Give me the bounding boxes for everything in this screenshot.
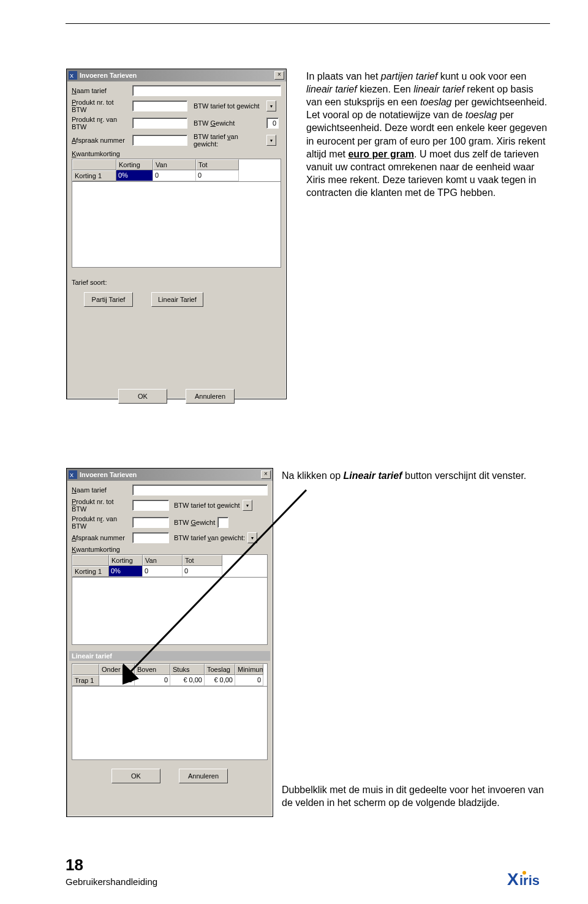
korting-header-tot: Tot — [196, 159, 239, 170]
paragraph-3: Dubbelklik met de muis in dit gedeelte v… — [282, 783, 545, 809]
label-produkt-tot-btw-2: Produkt nr. tot BTW — [72, 498, 130, 513]
svg-point-7 — [522, 871, 526, 875]
korting-grid[interactable]: Korting Van Tot Korting 1 0% 0 0 — [72, 159, 281, 182]
korting-header-korting: Korting — [116, 159, 153, 170]
lineair-header-toeslag: Toeslag — [205, 664, 235, 675]
lineair-tarief-button[interactable]: Lineair Tarief — [151, 292, 203, 307]
ok-button[interactable]: OK — [118, 389, 167, 404]
dialog-invoeren-tarieven-2: X Invoeren Tarieven × Naam tarief Produk… — [66, 468, 273, 817]
lineair-cell-boven[interactable]: 0 — [135, 675, 170, 686]
lineair-grid[interactable]: Onder Gew. Boven Gew. Stuks Prijs Toesla… — [72, 663, 268, 687]
korting-row-label: Korting 1 — [72, 170, 116, 181]
svg-text:X: X — [70, 472, 74, 478]
korting2-header-tot: Tot — [183, 555, 222, 566]
dialog-title-2: Invoeren Tarieven — [80, 471, 258, 478]
input-produkt-van-btw[interactable] — [132, 118, 187, 129]
label-btw-tot-gewicht-2: BTW tarief tot gewicht — [174, 502, 240, 509]
ok-button-2[interactable]: OK — [111, 769, 160, 783]
lineair-header-blank — [72, 664, 99, 675]
top-rule — [66, 23, 550, 24]
lineair-header-onder: Onder Gew. — [99, 664, 135, 675]
lineair-header-stuks: Stuks Prijs — [170, 664, 205, 675]
dialog-title: Invoeren Tarieven — [80, 72, 272, 79]
label-btw-tot-gewicht: BTW tarief tot gewicht — [194, 102, 264, 110]
close-button[interactable]: × — [274, 71, 284, 80]
label-btw-van-gewicht-2: BTW tarief van gewicht: — [174, 534, 245, 541]
korting-grid-2-empty — [72, 578, 268, 645]
lineair-row-label: Trap 1 — [72, 675, 99, 686]
label-produkt-van-btw-2: Produkt nr. van BTW — [72, 515, 130, 530]
korting2-header-van: Van — [143, 555, 183, 566]
annuleren-button[interactable]: Annuleren — [186, 389, 235, 404]
footer-text: Gebruikershandleiding — [66, 876, 157, 887]
korting-grid-2[interactable]: Korting Van Tot Korting 1 0% 0 0 — [72, 554, 268, 578]
korting-header-blank — [72, 159, 116, 170]
combo-btw-tot-gewicht-2[interactable]: ▾ — [243, 500, 252, 511]
close-button-2[interactable]: × — [261, 470, 271, 479]
label-naam-tarief: Naam tarief — [72, 87, 130, 94]
combo-btw-van-gewicht-2[interactable]: ▾ — [247, 532, 257, 543]
label-tarief-soort: Tarief soort: — [72, 279, 281, 286]
lineair-cell-toeslag[interactable]: € 0,00 — [205, 675, 235, 686]
app-icon: X — [69, 470, 77, 479]
lineair-cell-stuks[interactable]: € 0,00 — [170, 675, 205, 686]
paragraph-1: In plaats van het partijen tarief kunt u… — [306, 70, 548, 199]
xiris-logo: X iris — [507, 869, 550, 892]
input-produkt-tot-btw[interactable] — [132, 100, 187, 111]
combo-btw-tot-gewicht[interactable]: ▾ — [266, 100, 276, 111]
label-naam-tarief-2: Naam tarief — [72, 486, 130, 494]
svg-text:X: X — [507, 870, 519, 889]
korting2-row-label: Korting 1 — [72, 566, 109, 577]
lineair-section-title: Lineair tarief — [69, 651, 270, 661]
input-afspraak-2[interactable] — [132, 532, 169, 543]
label-afspraak: Afspraak nummer — [72, 137, 130, 144]
paragraph-2: Na klikken op Lineair tarief button vers… — [282, 469, 545, 482]
korting-cell-pct[interactable]: 0% — [116, 170, 153, 181]
input-produkt-van-btw-2[interactable] — [132, 517, 169, 528]
input-produkt-tot-btw-2[interactable] — [132, 500, 169, 511]
label-produkt-tot-btw: Produkt nr. tot BTW — [72, 99, 130, 113]
lineair-grid-empty — [72, 687, 268, 760]
korting2-cell-van[interactable]: 0 — [143, 566, 183, 577]
korting2-header-korting: Korting — [109, 555, 143, 566]
label-produkt-van-btw: Produkt nr. van BTW — [72, 116, 130, 130]
korting-cell-van[interactable]: 0 — [153, 170, 196, 181]
svg-text:X: X — [70, 73, 74, 79]
app-icon: X — [69, 71, 77, 80]
label-btw-gewicht-2: BTW Gewicht — [174, 519, 215, 526]
korting-header-van: Van — [153, 159, 196, 170]
label-kwantumkorting: Kwantumkorting — [72, 150, 281, 157]
lineair-cell-onder[interactable]: 0 — [99, 675, 135, 686]
combo-btw-van-gewicht[interactable]: ▾ — [266, 135, 276, 146]
korting2-cell-tot[interactable]: 0 — [183, 566, 222, 577]
korting-cell-tot[interactable]: 0 — [196, 170, 239, 181]
lineair-header-minimum: Minimum — [235, 664, 263, 675]
lineair-cell-minimum[interactable]: 0 — [235, 675, 263, 686]
titlebar-2: X Invoeren Tarieven × — [67, 469, 273, 481]
dialog-invoeren-tarieven-1: X Invoeren Tarieven × Naam tarief Produk… — [66, 69, 287, 399]
partij-tarief-button[interactable]: Partij Tarief — [84, 292, 133, 307]
svg-text:iris: iris — [519, 873, 540, 888]
input-btw-gewicht[interactable]: 0 — [266, 118, 279, 129]
korting2-cell-pct[interactable]: 0% — [109, 566, 143, 577]
label-kwantumkorting-2: Kwantumkorting — [72, 546, 268, 553]
annuleren-button-2[interactable]: Annuleren — [179, 769, 228, 783]
page-number: 18 — [66, 856, 83, 875]
label-btw-gewicht: BTW Gewicht — [194, 119, 264, 127]
label-btw-van-gewicht: BTW tarief van gewicht: — [194, 133, 264, 148]
label-afspraak-2: Afspraak nummer — [72, 534, 130, 541]
input-naam-tarief[interactable] — [132, 85, 281, 96]
input-afspraak[interactable] — [132, 135, 187, 146]
korting2-header-blank — [72, 555, 109, 566]
input-naam-tarief-2[interactable] — [132, 484, 268, 495]
lineair-header-boven: Boven Gew. — [135, 664, 170, 675]
titlebar: X Invoeren Tarieven × — [67, 69, 286, 81]
korting-grid-empty — [72, 182, 281, 268]
input-btw-gewicht-2[interactable] — [217, 517, 228, 528]
